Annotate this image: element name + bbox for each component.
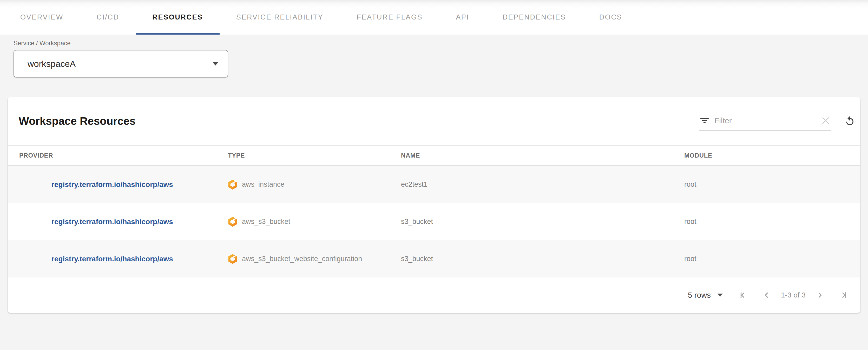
workspace-picker: Service / Workspace workspaceA <box>13 39 228 78</box>
replay-refresh-icon <box>844 116 855 127</box>
resource-module: root <box>673 217 860 226</box>
tab-resources[interactable]: Resources <box>136 0 219 35</box>
resource-type-label: aws_instance <box>242 180 285 188</box>
tab-label: Overview <box>20 13 63 21</box>
provider-link[interactable]: registry.terraform.io/hashicorp/aws <box>52 180 173 188</box>
tab-label: Resources <box>152 13 203 21</box>
resource-module: root <box>673 180 860 188</box>
table-row: registry.terraform.io/hashicorp/aws aws_… <box>8 240 860 278</box>
column-header-type: Type <box>216 152 390 159</box>
tab-docs[interactable]: Docs <box>583 0 639 35</box>
workspace-select[interactable]: workspaceA <box>13 50 228 78</box>
table-row: registry.terraform.io/hashicorp/aws aws_… <box>8 166 860 203</box>
table-pagination: 5 rows 1-3 of 3 <box>8 278 860 313</box>
last-page-icon <box>839 291 848 299</box>
first-page-icon <box>739 291 748 299</box>
resource-name: ec2test1 <box>390 180 673 188</box>
last-page-button[interactable] <box>832 286 855 304</box>
tab-label: API <box>456 13 469 21</box>
workspace-resources-card: Workspace Resources <box>8 97 860 313</box>
tab-service-reliability[interactable]: Service Reliability <box>220 0 340 35</box>
entity-tab-bar: Overview CI/CD Resources Service Reliabi… <box>0 0 868 35</box>
column-header-provider: Provider <box>8 152 216 159</box>
table-header-row: Provider Type Name Module <box>8 145 860 166</box>
terraform-aws-hexagon-icon <box>228 254 237 264</box>
resource-module: root <box>673 255 860 263</box>
terraform-aws-hexagon-icon <box>228 216 237 227</box>
tab-dependencies[interactable]: Dependencies <box>486 0 582 35</box>
first-page-button[interactable] <box>732 286 755 304</box>
caret-down-icon <box>717 294 723 297</box>
resource-type-label: aws_s3_bucket <box>242 217 290 226</box>
tab-cicd[interactable]: CI/CD <box>80 0 136 35</box>
caret-down-icon <box>213 62 218 65</box>
previous-page-button[interactable] <box>755 286 778 304</box>
chevron-left-icon <box>762 291 771 299</box>
terraform-aws-hexagon-icon <box>228 179 237 190</box>
column-header-module: Module <box>673 152 860 159</box>
pagination-range-label: 1-3 of 3 <box>781 291 806 299</box>
tab-overview[interactable]: Overview <box>4 0 80 35</box>
filter-input[interactable] <box>714 116 820 125</box>
tab-label: Dependencies <box>502 13 566 21</box>
rows-per-page-value: 5 rows <box>688 291 711 299</box>
tab-label: CI/CD <box>97 13 119 21</box>
resource-name: s3_bucket <box>390 255 673 263</box>
workspace-select-value: workspaceA <box>28 59 213 69</box>
provider-link[interactable]: registry.terraform.io/hashicorp/aws <box>52 217 173 226</box>
clear-x-icon <box>822 117 829 124</box>
next-page-button[interactable] <box>808 286 832 304</box>
resource-name: s3_bucket <box>390 217 673 226</box>
tab-feature-flags[interactable]: Feature Flags <box>340 0 439 35</box>
tab-label: Docs <box>599 13 622 21</box>
filter-list-icon <box>701 118 709 123</box>
filter-field[interactable] <box>699 111 831 131</box>
page-title: Workspace Resources <box>19 97 136 145</box>
column-header-name: Name <box>390 152 673 159</box>
resource-type-label: aws_s3_bucket_website_configuration <box>242 255 362 263</box>
card-header: Workspace Resources <box>8 97 860 145</box>
table-row: registry.terraform.io/hashicorp/aws aws_… <box>8 203 860 240</box>
rows-per-page-select[interactable]: 5 rows <box>688 291 723 299</box>
tab-label: Feature Flags <box>356 13 423 21</box>
provider-link[interactable]: registry.terraform.io/hashicorp/aws <box>52 255 173 263</box>
tab-label: Service Reliability <box>236 13 323 21</box>
tab-api[interactable]: API <box>439 0 486 35</box>
clear-filter-button[interactable] <box>822 117 829 124</box>
refresh-button[interactable] <box>844 115 856 127</box>
workspace-picker-label: Service / Workspace <box>13 39 228 47</box>
chevron-right-icon <box>815 291 824 299</box>
